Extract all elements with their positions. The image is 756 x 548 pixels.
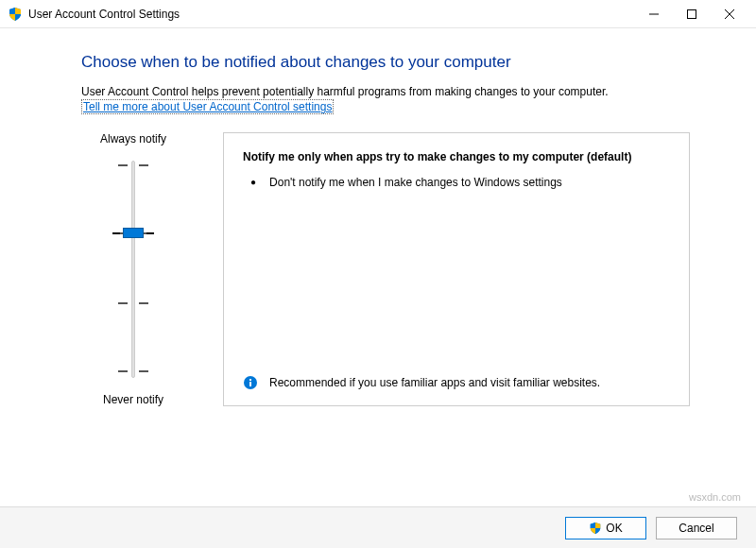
bullet-text: Don't notify me when I make changes to W… [269, 175, 562, 190]
slider-label-never: Never notify [103, 393, 163, 406]
cancel-button[interactable]: Cancel [656, 517, 737, 539]
slider-thumb[interactable] [123, 228, 144, 238]
page-heading: Choose when to be notified about changes… [81, 53, 690, 72]
footer: OK Cancel [0, 506, 756, 548]
recommendation-text: Recommended if you use familiar apps and… [269, 375, 600, 390]
info-bullet: ● Don't notify me when I make changes to… [250, 175, 670, 190]
uac-shield-icon [8, 7, 23, 22]
svg-rect-1 [688, 9, 696, 18]
window-title: User Account Control Settings [28, 8, 635, 21]
notification-slider: Always notify Never notify [81, 132, 185, 406]
ok-button[interactable]: OK [565, 517, 646, 539]
titlebar: User Account Control Settings [0, 0, 756, 28]
slider-label-always: Always notify [100, 132, 166, 146]
svg-rect-5 [249, 382, 251, 386]
ok-button-label: OK [606, 522, 622, 535]
info-icon [243, 375, 258, 390]
slider-track[interactable] [114, 161, 152, 378]
bullet-icon: ● [250, 175, 256, 190]
description-text: User Account Control helps prevent poten… [81, 85, 690, 98]
maximize-icon [687, 9, 696, 19]
maximize-button[interactable] [673, 1, 711, 27]
learn-more-link[interactable]: Tell me more about User Account Control … [81, 99, 334, 114]
watermark: wsxdn.com [689, 491, 741, 503]
content-area: Choose when to be notified about changes… [0, 28, 756, 406]
info-panel: Notify me only when apps try to make cha… [223, 132, 690, 406]
close-icon [725, 9, 734, 19]
recommendation-row: Recommended if you use familiar apps and… [243, 375, 670, 390]
svg-rect-6 [249, 379, 251, 381]
uac-shield-icon [589, 522, 602, 535]
minimize-button[interactable] [635, 1, 673, 27]
minimize-icon [649, 9, 659, 19]
info-panel-title: Notify me only when apps try to make cha… [243, 150, 670, 163]
close-button[interactable] [711, 1, 748, 27]
cancel-button-label: Cancel [679, 522, 713, 535]
